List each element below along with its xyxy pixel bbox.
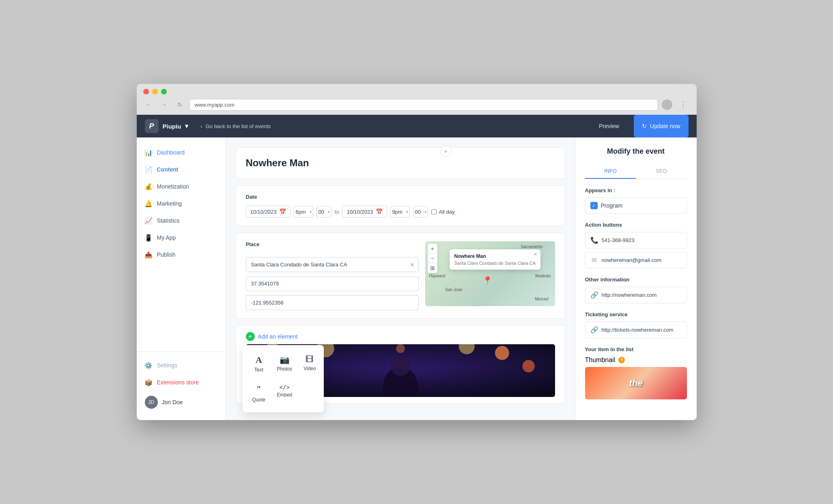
minutes-from-select[interactable]: 00 15 30 45 — [316, 206, 331, 218]
sidebar-item-myapp[interactable]: 📱 My App — [137, 229, 226, 246]
calendar-from-icon: 📅 — [279, 208, 286, 215]
maximize-button[interactable] — [161, 89, 167, 94]
event-title-input[interactable] — [246, 157, 555, 169]
minutes-from-wrapper: 00 15 30 45 — [316, 206, 331, 218]
calendar-to-icon: 📅 — [376, 208, 383, 215]
tab-info[interactable]: INFO — [585, 164, 636, 179]
time-from-select[interactable]: 6pm 7pm 8pm 9pm — [294, 206, 313, 218]
update-label: Update now — [650, 123, 680, 129]
add-element-button[interactable]: + Add an element — [246, 332, 555, 341]
content-area: » Date 10/10/2023 📅 6p — [226, 137, 575, 420]
element-option-quote[interactable]: " Quote — [249, 381, 269, 406]
latitude-input[interactable] — [246, 276, 419, 291]
embed-element-icon: </> — [280, 384, 290, 390]
map-zoom-out-button[interactable]: − — [428, 253, 437, 263]
forward-nav-button[interactable]: → — [159, 99, 170, 110]
sidebar-label-settings: Settings — [157, 362, 178, 369]
update-now-button[interactable]: ↻ Update now — [634, 115, 689, 137]
place-inputs: Place ✕ — [246, 241, 419, 310]
all-day-label[interactable]: All day — [431, 209, 455, 215]
back-label: Go back to the list of events — [206, 123, 271, 129]
date-from-input[interactable]: 10/10/2023 📅 — [246, 206, 291, 218]
close-button[interactable] — [143, 89, 149, 94]
map-area[interactable]: Sacramento Modesto Merced San Jose Haywa… — [425, 241, 555, 306]
map-popup-close-button[interactable]: ✕ — [534, 252, 537, 257]
add-element-card: + Add an element A Text 📷 Photos — [236, 325, 565, 404]
program-checkbox-checked-icon: ✓ — [590, 202, 598, 209]
date-row: 10/10/2023 📅 6pm 7pm 8pm 9pm — [246, 206, 555, 218]
tab-seo[interactable]: SEO — [636, 164, 687, 179]
video-element-label: Video — [303, 366, 316, 371]
element-option-photos[interactable]: 📷 Photos — [273, 352, 295, 376]
ticketing-section: Ticketing service 🔗 http://tickets-nowhe… — [585, 311, 687, 338]
thumbnail-help-badge[interactable]: ? — [618, 357, 625, 363]
phone-value: 541-368-9923 — [602, 237, 682, 243]
place-label: Place — [246, 241, 419, 247]
profile-icon[interactable] — [662, 99, 672, 110]
map-fullscreen-button[interactable]: ⊞ — [428, 263, 437, 273]
back-nav-button[interactable]: ← — [143, 99, 155, 110]
time-from-wrapper: 6pm 7pm 8pm 9pm — [294, 206, 313, 218]
other-info-section: Other information 🔗 http://nowhereman.co… — [585, 277, 687, 303]
minutes-to-select[interactable]: 00 15 30 45 — [413, 206, 428, 218]
other-info-label: Other information — [585, 277, 687, 283]
sidebar-item-dashboard[interactable]: 📊 Dashboard — [137, 144, 226, 161]
update-icon: ↻ — [642, 123, 647, 129]
longitude-input[interactable] — [246, 295, 419, 310]
date-to-input[interactable]: 10/10/2023 📅 — [342, 206, 387, 218]
ticketing-row[interactable]: 🔗 http://tickets-nowhereman.com — [585, 322, 687, 338]
map-label-modesto: Modesto — [535, 274, 551, 278]
logo-area[interactable]: P Piupiu ▾ — [145, 119, 189, 133]
email-icon: ✉ — [590, 256, 598, 264]
program-checkbox-row[interactable]: ✓ Program — [585, 197, 687, 214]
map-zoom-in-button[interactable]: + — [428, 244, 437, 253]
website-row[interactable]: 🔗 http://nowhereman.com — [585, 287, 687, 303]
minimize-button[interactable] — [152, 89, 158, 94]
ticketing-label: Ticketing service — [585, 311, 687, 317]
sidebar-item-content[interactable]: 📄 Content — [137, 161, 226, 178]
sidebar-item-statistics[interactable]: 📈 Statistics — [137, 212, 226, 229]
browser-menu-button[interactable]: ⋮ — [676, 99, 690, 111]
address-bar[interactable]: www.myapp.com — [189, 99, 658, 111]
sidebar-label-monetization: Monetization — [157, 183, 189, 190]
date-to-value: 10/10/2023 — [347, 209, 373, 215]
sidebar-item-monetization[interactable]: 💰 Monetization — [137, 178, 226, 195]
element-option-embed[interactable]: </> Embed — [273, 381, 295, 406]
map-label-sacramento: Sacramento — [521, 244, 543, 249]
content-icon: 📄 — [145, 166, 152, 173]
myapp-icon: 📱 — [145, 234, 152, 241]
place-clear-icon[interactable]: ✕ — [410, 262, 415, 268]
user-info[interactable]: JD Jon Doe — [137, 391, 226, 414]
thumbnail-preview-text: the — [629, 378, 643, 388]
back-to-events-link[interactable]: ‹ Go back to the list of events — [200, 123, 271, 129]
place-name-input[interactable] — [246, 257, 419, 272]
program-label: Program — [601, 202, 623, 209]
preview-button[interactable]: Preview — [592, 120, 626, 133]
place-card: Place ✕ Sacramento Modesto — [236, 233, 565, 319]
user-name: Jon Doe — [162, 399, 183, 405]
sidebar: 📊 Dashboard 📄 Content 💰 Monetization 🔔 M… — [137, 137, 226, 420]
phone-row[interactable]: 📞 541-368-9923 — [585, 232, 687, 249]
element-option-video[interactable]: 🎞 Video — [300, 352, 319, 376]
dropdown-icon: ▾ — [185, 122, 188, 130]
refresh-nav-button[interactable]: ↻ — [174, 99, 185, 110]
sidebar-item-extensions[interactable]: 📦 Extensions store — [137, 374, 226, 391]
monetization-icon: 💰 — [145, 183, 152, 190]
collapse-panel-button[interactable]: » — [440, 146, 452, 157]
place-name-wrapper: ✕ — [246, 257, 419, 272]
phone-icon: 📞 — [590, 236, 598, 244]
email-row[interactable]: ✉ nowhereman@gmail.com — [585, 252, 687, 268]
photos-element-label: Photos — [277, 366, 292, 372]
sidebar-item-publish[interactable]: 📤 Publish — [137, 246, 226, 263]
time-to-select[interactable]: 9pm 8pm 7pm 6pm — [390, 206, 410, 218]
email-value: nowhereman@gmail.com — [602, 257, 682, 263]
to-label: to — [335, 209, 339, 215]
element-option-text[interactable]: A Text — [249, 352, 269, 376]
sidebar-item-marketing[interactable]: 🔔 Marketing — [137, 195, 226, 212]
ticketing-value: http://tickets-nowhereman.com — [602, 327, 682, 333]
all-day-checkbox[interactable] — [431, 209, 437, 214]
sidebar-item-settings[interactable]: ⚙️ Settings — [137, 357, 226, 374]
action-buttons-section: Action buttons 📞 541-368-9923 ✉ nowherem… — [585, 222, 687, 268]
sidebar-label-statistics: Statistics — [157, 217, 180, 224]
date-card: Date 10/10/2023 📅 6pm 7pm 8pm 9pm — [236, 185, 565, 226]
